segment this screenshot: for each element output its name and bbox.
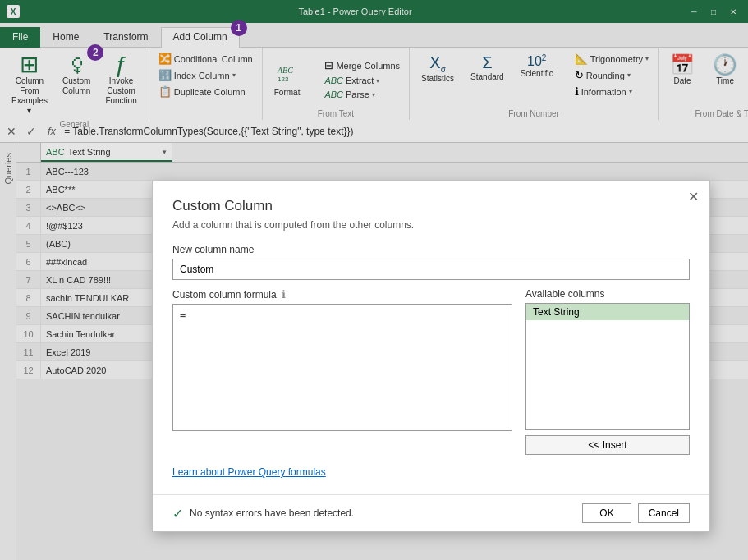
dialog-close-button[interactable]: ✕	[685, 188, 701, 204]
formula-columns-row: Custom column formula ℹ = Available colu…	[172, 288, 690, 455]
available-column-item[interactable]: Text String	[526, 304, 689, 320]
custom-column-dialog: ✕ Custom Column Add a column that is com…	[152, 181, 710, 532]
formula-area: Custom column formula ℹ =	[172, 288, 512, 455]
status-check-icon: ✓	[172, 506, 183, 521]
dialog-subtitle: Add a column that is computed from the o…	[172, 219, 690, 231]
status-text: No syntax errors have been detected.	[190, 507, 576, 519]
dialog-body: Custom Column Add a column that is compu…	[153, 181, 709, 494]
formula-value: =	[180, 310, 186, 321]
insert-button[interactable]: << Insert	[525, 435, 690, 455]
formula-label: Custom column formula	[172, 289, 277, 301]
column-name-input[interactable]	[172, 259, 690, 280]
formula-input[interactable]: =	[172, 304, 512, 431]
available-columns-section: Available columns Text String << Insert	[525, 288, 690, 455]
learn-link[interactable]: Learn about Power Query formulas	[172, 466, 690, 478]
available-columns-list: Text String	[525, 303, 690, 430]
ok-button[interactable]: OK	[582, 503, 631, 523]
dialog-form: New column name Custom column formula ℹ …	[172, 244, 690, 478]
dialog-title: Custom Column	[172, 198, 690, 214]
dialog-status-bar: ✓ No syntax errors have been detected. O…	[153, 494, 709, 531]
available-columns-label: Available columns	[525, 288, 690, 300]
cancel-button[interactable]: Cancel	[638, 503, 690, 523]
dialog-actions: OK Cancel	[582, 503, 690, 523]
column-name-group: New column name	[172, 244, 690, 280]
column-name-label: New column name	[172, 244, 690, 255]
formula-info-icon: ℹ	[282, 288, 286, 301]
